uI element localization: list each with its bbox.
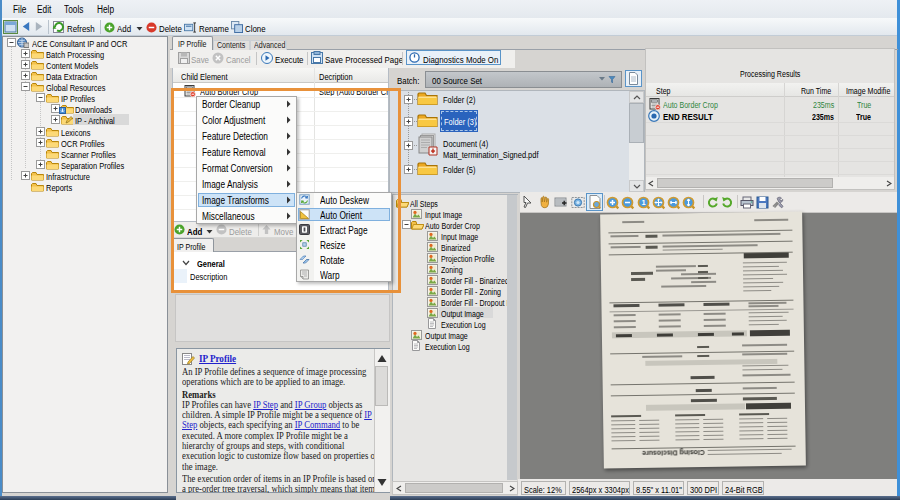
svg-text:1: 1 <box>641 198 645 207</box>
